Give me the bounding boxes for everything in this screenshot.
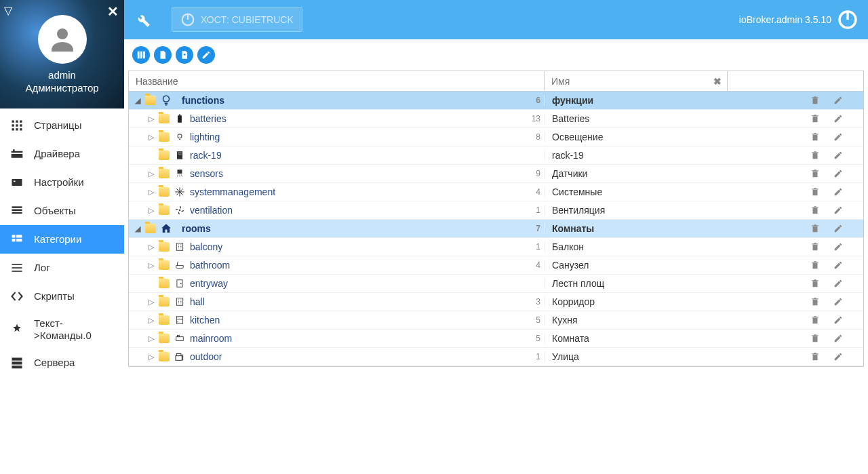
row-display: Комната xyxy=(545,333,728,344)
delete-icon[interactable] xyxy=(810,132,820,142)
column-name-header[interactable]: Название xyxy=(129,71,545,91)
host-badge[interactable]: ХОСТ: CUBIETRUCK xyxy=(172,7,302,32)
row-bathroom[interactable]: ▷bathroom4Санузел xyxy=(129,256,863,275)
nav-item-text2cmd[interactable]: Текст->Команды.0 xyxy=(0,311,124,349)
pages-icon xyxy=(9,118,24,133)
expander-icon[interactable]: ▷ xyxy=(148,115,155,123)
edit-icon[interactable] xyxy=(833,114,843,123)
edit-icon[interactable] xyxy=(833,315,843,325)
user-name: admin xyxy=(48,69,76,81)
delete-icon[interactable] xyxy=(810,260,820,270)
delete-icon[interactable] xyxy=(810,352,820,361)
folder-icon xyxy=(159,334,170,343)
row-name: ventilation xyxy=(190,205,233,216)
text2cmd-icon xyxy=(9,322,24,337)
delete-icon[interactable] xyxy=(810,114,820,123)
id-filter-input[interactable] xyxy=(551,76,720,87)
clear-filter-icon[interactable]: ✖ xyxy=(713,76,722,87)
nav-item-objects[interactable]: Объекты xyxy=(0,197,124,225)
edit-icon[interactable] xyxy=(833,132,843,142)
delete-icon[interactable] xyxy=(810,151,820,160)
nav-label: Страницы xyxy=(34,119,81,132)
add-file-button[interactable] xyxy=(176,46,193,64)
group-row-functions[interactable]: ◢functions6функции xyxy=(129,92,863,110)
edit-icon[interactable] xyxy=(833,260,843,270)
edit-icon[interactable] xyxy=(833,205,843,215)
row-count: 5 xyxy=(536,315,540,325)
row-display: Вентиляция xyxy=(545,205,728,216)
expander-icon[interactable]: ▷ xyxy=(148,261,155,270)
folder-icon xyxy=(159,315,170,325)
row-display: Балкон xyxy=(545,241,728,252)
navigation: СтраницыДрайвераНастройкиОбъектыКатегори… xyxy=(0,108,124,474)
row-outdoor[interactable]: ▷outdoor1Улица xyxy=(129,348,863,366)
edit-icon[interactable] xyxy=(833,169,843,178)
row-display: Комнаты xyxy=(545,223,728,234)
nav-item-scripts[interactable]: Скрипты xyxy=(0,282,124,311)
row-ventilation[interactable]: ▷ventilation1Вентиляция xyxy=(129,201,863,220)
expander-icon[interactable]: ▷ xyxy=(148,298,155,307)
columns-button[interactable] xyxy=(132,46,150,64)
building-icon xyxy=(174,296,186,308)
edit-icon[interactable] xyxy=(833,96,843,105)
row-hall[interactable]: ▷hall3Корридор xyxy=(129,293,863,311)
delete-icon[interactable] xyxy=(810,205,820,215)
delete-icon[interactable] xyxy=(810,96,820,105)
row-rack19[interactable]: ▷rack-19rack-19 xyxy=(129,146,863,165)
edit-icon[interactable] xyxy=(833,297,843,307)
delete-icon[interactable] xyxy=(810,334,820,343)
edit-icon[interactable] xyxy=(833,334,843,343)
row-name: bathroom xyxy=(190,260,230,271)
expander-icon[interactable]: ▷ xyxy=(148,170,155,178)
expander-icon[interactable]: ▷ xyxy=(148,334,155,343)
edit-button[interactable] xyxy=(197,46,215,64)
expander-icon[interactable]: ▷ xyxy=(148,133,155,142)
expander-icon[interactable]: ◢ xyxy=(134,96,141,105)
close-icon[interactable]: ✕ xyxy=(107,3,119,20)
expander-icon[interactable]: ▷ xyxy=(148,188,155,197)
row-batteries[interactable]: ▷batteries13Batteries xyxy=(129,110,863,128)
expander-icon[interactable]: ▷ xyxy=(148,206,155,215)
nav-item-log[interactable]: Лог xyxy=(0,254,124,282)
row-lighting[interactable]: ▷lighting8Освещение xyxy=(129,128,863,146)
file-button[interactable] xyxy=(154,46,172,64)
delete-icon[interactable] xyxy=(810,169,820,178)
delete-icon[interactable] xyxy=(810,242,820,252)
nav-label: Настройки xyxy=(34,176,84,189)
expander-icon[interactable]: ▷ xyxy=(148,353,155,361)
row-sensors[interactable]: ▷sensors9Датчики xyxy=(129,165,863,183)
delete-icon[interactable] xyxy=(810,224,820,233)
row-name: sensors xyxy=(190,168,223,179)
nav-item-settings[interactable]: Настройки xyxy=(0,168,124,197)
row-entryway[interactable]: ▷entrywayЛестн площ xyxy=(129,275,863,293)
rack-icon xyxy=(174,149,186,161)
edit-icon[interactable] xyxy=(833,352,843,361)
expander-icon[interactable]: ▷ xyxy=(148,243,155,252)
edit-icon[interactable] xyxy=(833,224,843,233)
row-kitchen[interactable]: ▷kitchen5Кухня xyxy=(129,311,863,330)
edit-icon[interactable] xyxy=(833,242,843,252)
delete-icon[interactable] xyxy=(810,279,820,288)
folder-icon xyxy=(145,224,156,233)
user-panel: ▽ ✕ admin Администратор xyxy=(0,0,124,108)
delete-icon[interactable] xyxy=(810,297,820,307)
dropdown-triangle-icon[interactable]: ▽ xyxy=(4,4,12,17)
nav-item-pages[interactable]: Страницы xyxy=(0,111,124,140)
svg-point-30 xyxy=(163,96,170,102)
nav-item-servers[interactable]: Сервера xyxy=(0,349,124,377)
edit-icon[interactable] xyxy=(833,279,843,288)
row-sysmgmt[interactable]: ▷systemmanagement4Системные xyxy=(129,183,863,201)
group-row-rooms[interactable]: ◢rooms7Комнаты xyxy=(129,220,863,238)
row-mainroom[interactable]: ▷mainroom5Комната xyxy=(129,330,863,348)
nav-item-drivers[interactable]: Драйвера xyxy=(0,140,124,168)
expander-icon[interactable]: ▷ xyxy=(148,316,155,325)
expander-icon[interactable]: ◢ xyxy=(134,224,141,233)
delete-icon[interactable] xyxy=(810,315,820,325)
edit-icon[interactable] xyxy=(833,151,843,160)
row-balcony[interactable]: ▷balcony1Балкон xyxy=(129,238,863,256)
delete-icon[interactable] xyxy=(810,187,820,197)
wrench-icon[interactable] xyxy=(134,11,151,28)
nav-item-categories[interactable]: Категории xyxy=(0,225,124,254)
folder-icon xyxy=(159,114,170,123)
edit-icon[interactable] xyxy=(833,187,843,197)
